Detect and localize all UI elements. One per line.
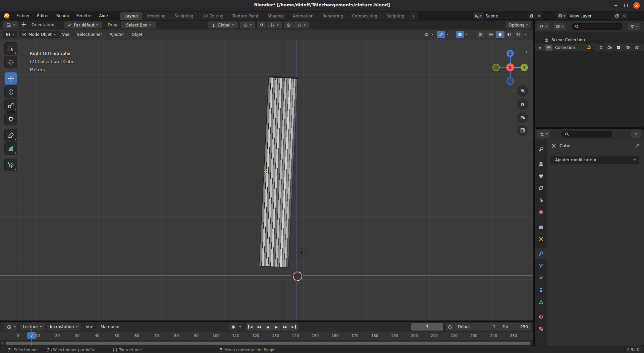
properties-tab-collection[interactable] (535, 222, 547, 232)
add-cube-tool-button[interactable] (4, 159, 17, 171)
menu-éditer[interactable]: Éditer (34, 12, 52, 19)
close-button[interactable]: × (633, 2, 640, 9)
auto-keyframe-button[interactable] (446, 323, 454, 331)
hide-viewport-toggle[interactable] (625, 45, 630, 50)
timeline-dropdown-incrustation[interactable]: Incrustation (47, 323, 81, 331)
properties-editor-selector[interactable] (537, 130, 550, 138)
scene-name-field[interactable]: Scene (483, 12, 528, 19)
measure-tool-button[interactable] (4, 142, 17, 155)
workspace-tab-scripting[interactable]: Scripting (382, 12, 409, 20)
properties-tab-view-layer[interactable] (535, 183, 547, 193)
drag-dropdown[interactable]: Select Box (121, 21, 156, 28)
expand-arrow-icon[interactable]: ▶ (539, 46, 542, 49)
properties-tab-physics[interactable] (535, 273, 547, 283)
properties-tab-world[interactable] (535, 207, 547, 218)
zoom-button[interactable] (517, 85, 528, 97)
options-dropdown[interactable]: Options (505, 21, 531, 28)
workspace-tab-compositing[interactable]: Compositing (348, 12, 382, 20)
gizmo-axis-z[interactable]: Z (506, 50, 514, 57)
timeline-dropdown-lecture[interactable]: Lecture (20, 323, 45, 331)
view-layer-browse-button[interactable] (556, 12, 567, 19)
annotate-tool-button[interactable] (4, 129, 17, 141)
perspective-toggle-button[interactable] (517, 125, 528, 136)
viewport-menu-ajouter[interactable]: Ajouter (107, 31, 127, 38)
overlays-chevron[interactable] (466, 34, 468, 35)
orientation-dropdown[interactable]: Par défaut (64, 21, 102, 28)
timeline-scrollbar[interactable] (6, 342, 530, 345)
active-tool-selector[interactable] (3, 21, 18, 28)
prev-keyframe-button[interactable]: ◀◀ (255, 323, 263, 331)
editor-type-selector[interactable] (3, 31, 17, 38)
gizmo-axis-y[interactable]: Y (521, 64, 528, 71)
timeline-menu-vue[interactable]: Vue (83, 323, 96, 330)
gizmos-toggle[interactable] (437, 31, 445, 38)
jump-to-start-button[interactable]: ▌◀ (246, 323, 254, 331)
record-options-chevron[interactable] (237, 323, 243, 331)
menu-aide[interactable]: Aide (96, 12, 111, 19)
properties-tab-object-data[interactable] (535, 297, 547, 307)
pin-icon[interactable] (635, 143, 640, 148)
properties-tab-output[interactable] (535, 171, 547, 181)
window-titlebar[interactable]: Blender* [/home/didoff/Téléchargements/c… (0, 0, 644, 11)
viewport-canvas[interactable]: Right Orthographic (7) Collection | Cube… (0, 40, 533, 320)
shading-rendered-button[interactable] (514, 31, 523, 38)
transform-tool-button[interactable] (4, 112, 17, 125)
proportional-falloff-dropdown[interactable] (293, 21, 309, 28)
properties-tab-object[interactable] (535, 234, 547, 244)
view-layer-remove-button[interactable]: × (621, 12, 628, 19)
view-layer-name-field[interactable]: View Layer (567, 12, 613, 19)
workspace-tab-layout[interactable]: Layout (120, 12, 143, 20)
mode-dropdown[interactable]: Mode Objet (19, 31, 60, 38)
properties-search[interactable] (561, 131, 612, 137)
frame-start-field[interactable]: Début1 (454, 323, 499, 331)
pan-button[interactable] (517, 99, 528, 110)
show-objects-dropdown[interactable] (422, 31, 430, 38)
workspace-tab-sculpting[interactable]: Sculpting (170, 12, 198, 20)
cursor-tool-button[interactable] (4, 56, 17, 68)
shading-solid-button[interactable] (496, 31, 504, 38)
viewport-menu-objet[interactable]: Objet (129, 31, 145, 38)
play-reverse-button[interactable]: ◀ (263, 323, 272, 331)
viewport-menu-sélectionner[interactable]: Sélectionner (74, 31, 105, 38)
add-modifier-dropdown[interactable]: Ajouter modificateur (551, 156, 639, 164)
workspace-tab-texture-paint[interactable]: Texture Paint (228, 12, 263, 20)
outliner-row-scene-collection[interactable]: Scene Collection (535, 36, 644, 44)
menu-fenêtre[interactable]: Fenêtre (73, 12, 95, 19)
next-keyframe-button[interactable]: ▶▶ (281, 323, 289, 331)
scale-tool-button[interactable] (4, 99, 17, 112)
timeline-corner-arrows[interactable]: » (1, 341, 4, 345)
gizmo-axis-x[interactable]: X (506, 63, 514, 71)
properties-tab-material[interactable] (535, 311, 547, 322)
properties-tab-texture[interactable] (535, 323, 547, 334)
scene-unlink-button[interactable]: × (535, 12, 543, 19)
overlays-toggle[interactable] (456, 31, 464, 38)
workspace-tab-animation[interactable]: Animation (288, 12, 318, 20)
shading-material-button[interactable] (505, 31, 514, 38)
properties-tab-scene[interactable] (535, 195, 547, 205)
add-workspace-tab[interactable]: + (409, 12, 418, 20)
disable-render-toggle[interactable] (635, 45, 640, 50)
shading-chevron[interactable] (524, 34, 526, 35)
timeline-editor-selector[interactable] (4, 323, 17, 331)
outliner-row-collection[interactable]: ▶ Collection 5 (535, 44, 644, 51)
gizmo-axis-neg-y[interactable] (492, 64, 500, 71)
blender-logo-icon[interactable] (3, 12, 10, 19)
shading-wireframe-button[interactable] (487, 31, 495, 38)
outliner-editor-selector[interactable] (537, 23, 549, 30)
pivot-point-dropdown[interactable] (240, 21, 255, 28)
sidebar-collapse-arrow[interactable]: ‹ (526, 49, 528, 54)
timeline-menu-marqueur[interactable]: Marqueur (98, 323, 123, 330)
scene-browse-button[interactable] (473, 12, 483, 19)
outliner-display-mode[interactable] (553, 23, 566, 30)
move-tool-button[interactable] (4, 72, 17, 85)
properties-tab-modifiers[interactable] (535, 248, 547, 259)
xray-toggle[interactable] (477, 31, 485, 38)
workspace-tab-rendering[interactable]: Rendering (318, 12, 347, 20)
timeline-ruler[interactable]: 7 01020304050607080901001101201301401501… (0, 332, 533, 341)
viewport-menu-vue[interactable]: Vue (59, 31, 72, 38)
menu-rendu[interactable]: Rendu (53, 12, 72, 19)
current-frame-field[interactable]: 7 (411, 323, 443, 331)
gizmo-axis-neg-z[interactable] (506, 77, 514, 85)
workspace-tab-modeling[interactable]: Modeling (143, 12, 170, 20)
maximize-button[interactable] (623, 2, 629, 9)
